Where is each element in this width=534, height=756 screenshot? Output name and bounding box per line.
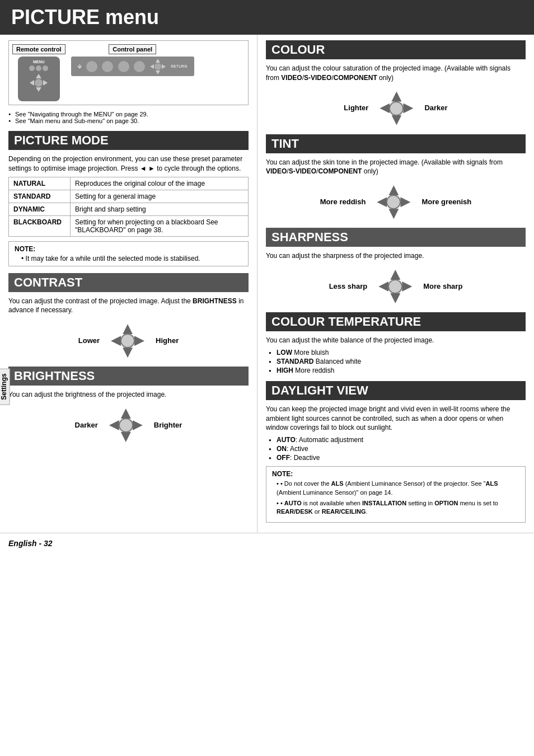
daylight-list: AUTO: Automatic adjustmentON: ActiveOFF:… bbox=[266, 436, 526, 462]
mode-desc: Reproduces the original colour of the im… bbox=[71, 177, 249, 190]
picture-mode-note: NOTE: It may take for a while until the … bbox=[8, 241, 249, 266]
mode-desc: Bright and sharp setting bbox=[71, 203, 249, 215]
colour-temp-header: COLOUR TEMPERATURE bbox=[266, 312, 526, 331]
daylight-header: DAYLIGHT VIEW bbox=[266, 381, 526, 400]
daylight-note: NOTE: • Do not cover the ALS (Ambient Lu… bbox=[266, 466, 526, 523]
tint-control: More reddish More greenish bbox=[266, 183, 526, 221]
remote-section: Remote control MENU bbox=[12, 44, 65, 101]
sidebar-label: Settings bbox=[0, 368, 10, 405]
tint-desc: You can adjust the skin tone in the proj… bbox=[266, 158, 526, 177]
colour-header: COLOUR bbox=[266, 40, 526, 59]
remote-label: Remote control bbox=[12, 44, 65, 54]
sharpness-desc: You can adjust the sharpness of the proj… bbox=[266, 251, 526, 261]
mode-desc: Setting for a general image bbox=[71, 190, 249, 203]
panel-label: Control panel bbox=[109, 44, 156, 54]
contrast-dpad bbox=[109, 322, 147, 360]
list-item: ON: Active bbox=[269, 445, 526, 453]
picture-mode-header: PICTURE MODE bbox=[8, 131, 249, 150]
panel-section: Control panel ⏻ RETU bbox=[71, 44, 194, 76]
remote-notes: See "Navigating through the MENU" on pag… bbox=[8, 111, 249, 124]
contrast-control: Lower Higher bbox=[8, 322, 249, 360]
page-footer: English - 32 bbox=[0, 533, 534, 553]
colour-temp-list: LOW More bluishSTANDARD Balanced whiteHI… bbox=[266, 349, 526, 374]
sharpness-control: Less sharp More sharp bbox=[266, 267, 526, 306]
list-item: HIGH More reddish bbox=[269, 367, 526, 374]
contrast-desc: You can adjust the contrast of the proje… bbox=[8, 297, 249, 316]
brightness-dpad bbox=[107, 406, 145, 444]
contrast-header: CONTRAST bbox=[8, 273, 249, 292]
tint-dpad bbox=[374, 183, 413, 221]
mode-name: NATURAL bbox=[9, 177, 71, 190]
mode-name: BLACKBOARD bbox=[9, 215, 71, 236]
picture-mode-table: NATURALReproduces the original colour of… bbox=[8, 177, 249, 237]
brightness-header: BRIGHTNESS bbox=[8, 367, 249, 386]
mode-name: STANDARD bbox=[9, 190, 71, 203]
list-item: AUTO: Automatic adjustment bbox=[269, 436, 526, 444]
mode-name: DYNAMIC bbox=[9, 203, 71, 215]
note-item: • AUTO is not available when INSTALLATIO… bbox=[277, 499, 519, 516]
list-item: STANDARD Balanced white bbox=[269, 358, 526, 365]
tint-header: TINT bbox=[266, 134, 526, 153]
colour-temp-desc: You can adjust the white balance of the … bbox=[266, 336, 526, 345]
mode-desc: Setting for when projecting on a blackbo… bbox=[71, 215, 249, 236]
brightness-desc: You can adjust the brightness of the pro… bbox=[8, 390, 249, 400]
colour-control: Lighter Darker bbox=[266, 90, 526, 128]
sharpness-dpad bbox=[376, 267, 414, 306]
daylight-desc: You can keep the projected image bright … bbox=[266, 405, 526, 433]
page-title: PICTURE menu bbox=[0, 0, 534, 35]
remote-graphic: MENU bbox=[18, 57, 60, 101]
list-item: LOW More bluish bbox=[269, 349, 526, 356]
panel-graphic: ⏻ RETURN bbox=[71, 57, 194, 76]
list-item: OFF: Deactive bbox=[269, 454, 526, 462]
note-item: • Do not cover the ALS (Ambient Luminanc… bbox=[277, 480, 519, 497]
picture-mode-intro: Depending on the projection environment,… bbox=[8, 154, 249, 173]
remote-control-box: Remote control MENU bbox=[8, 40, 249, 105]
colour-desc: You can adjust the colour saturation of … bbox=[266, 64, 526, 83]
brightness-control: Darker Brighter bbox=[8, 406, 249, 444]
sharpness-header: SHARPNESS bbox=[266, 228, 526, 247]
colour-dpad bbox=[377, 90, 415, 128]
